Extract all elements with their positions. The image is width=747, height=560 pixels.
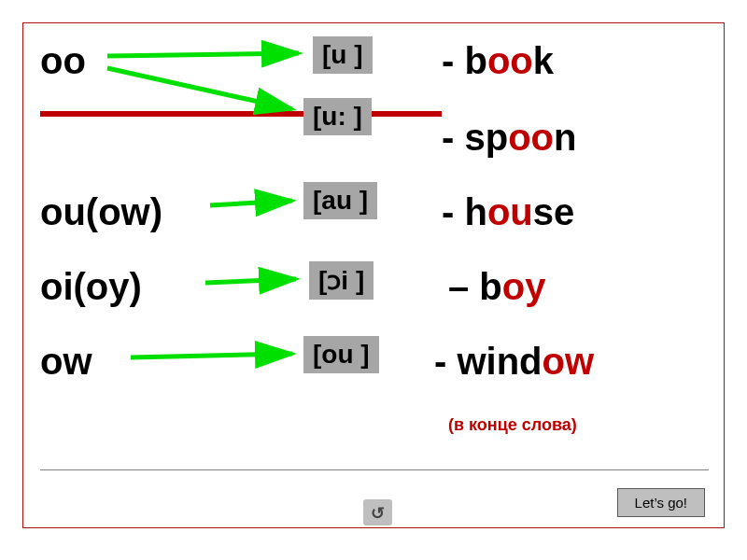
example-house-hl: ou <box>487 191 533 232</box>
phon-ou: [ou ] <box>303 336 379 373</box>
example-book-post: k <box>533 40 554 81</box>
content-card: oo ou(ow) oi(oy) ow [u ] [u: ] [au ] [ɔi… <box>22 22 725 528</box>
slide-stage: oo ou(ow) oi(oy) ow [u ] [u: ] [au ] [ɔi… <box>0 0 747 560</box>
lets-go-button[interactable]: Let’s go! <box>617 488 705 517</box>
example-window-pre: - wind <box>434 341 543 382</box>
example-spoon-pre: - sp <box>442 117 508 158</box>
phon-u-long: [u: ] <box>303 98 372 135</box>
example-spoon-hl: oo <box>508 117 554 158</box>
spelling-oi-oy: oi(oy) <box>40 266 142 308</box>
spelling-ou-ow: ou(ow) <box>40 191 162 233</box>
svg-line-1 <box>107 68 292 109</box>
example-boy-pre: – b <box>448 266 502 307</box>
example-book-pre: - b <box>442 40 487 81</box>
note-end-of-word: (в конце слова) <box>448 415 577 435</box>
example-book-hl: oo <box>487 40 533 81</box>
example-book: - book <box>442 40 554 82</box>
svg-line-2 <box>210 201 292 205</box>
phon-oi: [ɔi ] <box>309 261 374 300</box>
example-house: - house <box>442 191 574 233</box>
bottom-rule <box>40 469 709 470</box>
example-boy: – boy <box>448 266 545 308</box>
undo-icon: ↺ <box>371 504 385 523</box>
example-spoon-post: n <box>554 117 576 158</box>
svg-line-0 <box>107 53 299 56</box>
phon-au: [au ] <box>303 182 377 219</box>
svg-line-4 <box>131 354 292 357</box>
spelling-ow: ow <box>40 341 92 383</box>
phon-u-short: [u ] <box>313 36 373 74</box>
example-window-hl: ow <box>543 341 595 382</box>
example-boy-hl: oy <box>502 266 546 307</box>
svg-line-3 <box>205 279 296 283</box>
back-button[interactable]: ↺ <box>363 499 392 525</box>
example-house-post: se <box>533 191 575 232</box>
example-spoon: - spoon <box>442 117 576 159</box>
divider-line <box>40 111 442 117</box>
spelling-oo: oo <box>40 40 86 82</box>
example-window: - window <box>434 341 594 383</box>
example-house-pre: - h <box>442 191 487 232</box>
